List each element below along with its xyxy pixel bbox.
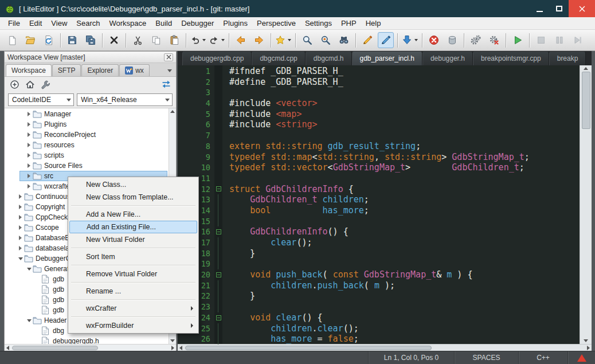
- menu-plugins[interactable]: Plugins: [218, 18, 252, 29]
- context-menu-item-new-virtual-folder[interactable]: New Virtual Folder: [69, 233, 197, 246]
- next-button[interactable]: [570, 32, 586, 48]
- whitespace-indicator[interactable]: SPACES: [454, 351, 518, 364]
- collapse-arrow-icon[interactable]: [25, 268, 33, 271]
- context-menu-item-rename[interactable]: Rename ...: [69, 285, 197, 298]
- find-in-files-button[interactable]: [336, 32, 352, 48]
- open-file-button[interactable]: [22, 32, 38, 48]
- fold-marker[interactable]: [214, 312, 222, 323]
- find-replace-button[interactable]: [318, 32, 334, 48]
- nav-back-button[interactable]: [233, 32, 249, 48]
- context-menu-item-sort-item[interactable]: Sort Item: [69, 251, 197, 263]
- panel-tab-sftp[interactable]: SFTP: [52, 64, 81, 76]
- add-workspace-button[interactable]: [8, 78, 21, 91]
- project-select[interactable]: CodeLiteIDE: [8, 93, 74, 106]
- panel-horizontal-scrollbar[interactable]: [5, 344, 176, 351]
- reload-file-button[interactable]: [41, 32, 57, 48]
- close-button[interactable]: [569, 0, 595, 17]
- scrollbar-thumb[interactable]: [582, 72, 590, 129]
- undo-button[interactable]: [190, 32, 206, 48]
- code-area[interactable]: #ifndef _GDB_PARSER_H_#define _GDB_PARSE…: [222, 65, 580, 344]
- build-status-button[interactable]: [567, 351, 595, 364]
- language-indicator[interactable]: C++: [518, 351, 567, 364]
- scroll-up-icon[interactable]: [584, 67, 588, 70]
- fold-marker[interactable]: [214, 184, 222, 195]
- scroll-down-icon[interactable]: [584, 339, 588, 342]
- copy-button[interactable]: [148, 32, 164, 48]
- editor-tab-gdb-parser-incl-h[interactable]: gdb_parser_incl.h: [352, 52, 422, 65]
- menu-help[interactable]: Help: [361, 18, 386, 29]
- expand-arrow-icon[interactable]: [17, 225, 24, 230]
- save-all-button[interactable]: [83, 32, 99, 48]
- expand-arrow-icon[interactable]: [25, 143, 33, 147]
- scroll-right-icon[interactable]: [171, 346, 174, 350]
- expand-arrow-icon[interactable]: [25, 174, 33, 178]
- paste-button[interactable]: [166, 32, 182, 48]
- expand-arrow-icon[interactable]: [25, 184, 33, 189]
- editor-vertical-scrollbar[interactable]: [580, 65, 592, 344]
- expand-arrow-icon[interactable]: [17, 194, 24, 199]
- panel-close-button[interactable]: [164, 53, 173, 61]
- workspace-settings-button[interactable]: [39, 78, 52, 91]
- editor-horizontal-scrollbar[interactable]: [178, 344, 592, 351]
- menu-workspace[interactable]: Workspace: [105, 18, 151, 29]
- scroll-left-icon[interactable]: [179, 346, 182, 350]
- scroll-right-icon[interactable]: [587, 346, 590, 350]
- editor-tab-debugger-h[interactable]: debugger.h: [422, 52, 473, 65]
- maximize-button[interactable]: [549, 0, 569, 17]
- expand-arrow-icon[interactable]: [17, 246, 24, 251]
- home-button[interactable]: [24, 78, 36, 91]
- bookmark-button[interactable]: [275, 32, 292, 48]
- tree-item-manager[interactable]: Manager: [5, 109, 169, 119]
- dropdown-arrow-icon[interactable]: [202, 39, 206, 41]
- expand-arrow-icon[interactable]: [17, 205, 24, 209]
- redo-button[interactable]: [209, 32, 225, 48]
- panel-tab-workspace[interactable]: Workspace: [6, 64, 52, 76]
- tree-item-resources[interactable]: resources: [5, 140, 169, 150]
- pause-button[interactable]: [551, 32, 567, 48]
- collapse-fold-icon[interactable]: [216, 229, 221, 234]
- expand-arrow-icon[interactable]: [25, 122, 33, 127]
- collapse-fold-icon[interactable]: [216, 186, 221, 191]
- menu-view[interactable]: View: [46, 18, 72, 29]
- scroll-down-icon[interactable]: [170, 339, 175, 342]
- new-file-button[interactable]: [4, 32, 20, 48]
- stop-build-button[interactable]: [486, 32, 502, 48]
- tab-overflow-button[interactable]: [165, 65, 175, 76]
- check-update-button[interactable]: [401, 32, 418, 48]
- nav-forward-button[interactable]: [251, 32, 267, 48]
- menu-search[interactable]: Search: [72, 18, 104, 29]
- editor-tab-dbgcmd-h[interactable]: dbgcmd.h: [306, 52, 352, 65]
- build-settings-button[interactable]: [468, 32, 484, 48]
- tree-item-source-files[interactable]: Source Files: [5, 161, 169, 171]
- minimize-button[interactable]: [530, 0, 549, 17]
- editor-tab-breakpointsmgr-cpp[interactable]: breakpointsmgr.cpp: [473, 52, 549, 65]
- context-menu-item-add-a-new-file[interactable]: Add a New File...: [69, 208, 197, 221]
- expand-arrow-icon[interactable]: [25, 163, 33, 168]
- editor[interactable]: 1234567891011121314151617181920212223242…: [178, 65, 592, 344]
- close-file-button[interactable]: [106, 32, 122, 48]
- run-button[interactable]: [510, 32, 526, 48]
- tree-item-scripts[interactable]: scripts: [5, 150, 169, 161]
- menu-php[interactable]: PHP: [336, 18, 361, 29]
- editor-tab-dbgcmd-cpp[interactable]: dbgcmd.cpp: [252, 52, 305, 65]
- save-button[interactable]: [64, 32, 80, 48]
- menu-settings[interactable]: Settings: [300, 18, 336, 29]
- context-menu-item-wxcrafter[interactable]: wxCrafter: [69, 302, 197, 315]
- cut-button[interactable]: [130, 32, 146, 48]
- scrollbar-thumb[interactable]: [185, 346, 432, 350]
- collapse-arrow-icon[interactable]: [25, 319, 33, 322]
- panel-tab-explorer[interactable]: Explorer: [81, 64, 119, 76]
- menu-perspective[interactable]: Perspective: [252, 18, 300, 29]
- clean-button[interactable]: [444, 32, 460, 48]
- tree-item-debuggergdb-h[interactable]: debuggergdb.h: [5, 336, 169, 344]
- fold-margin[interactable]: [214, 65, 222, 344]
- editor-tab-debuggergdb-cpp[interactable]: debuggergdb.cpp: [182, 52, 252, 65]
- build-config-select[interactable]: Win_x64_Release: [77, 93, 173, 106]
- expand-arrow-icon[interactable]: [17, 236, 24, 240]
- context-menu-item-new-class-from-template[interactable]: New Class from Template...: [69, 191, 197, 203]
- collapse-fold-icon[interactable]: [216, 272, 221, 277]
- context-menu-item-add-an-existing-file[interactable]: Add an Existing File...: [69, 221, 197, 233]
- context-menu-item-new-class[interactable]: New Class...: [69, 178, 197, 191]
- scroll-left-icon[interactable]: [6, 346, 9, 350]
- panel-tab-wx[interactable]: wx: [119, 64, 150, 76]
